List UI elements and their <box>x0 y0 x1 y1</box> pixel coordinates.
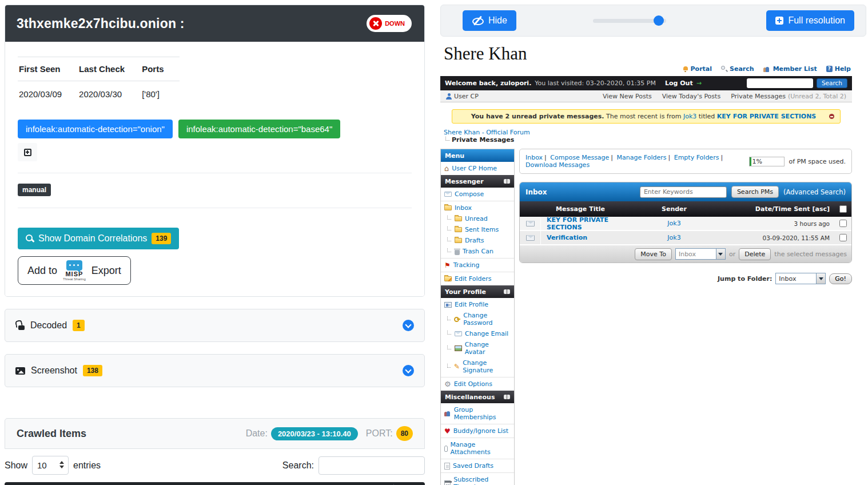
message-checkbox[interactable] <box>839 220 847 227</box>
message-title-link[interactable]: KEY FOR PRIVATE SECTIONS <box>547 216 608 231</box>
sidebar-item-trash-can[interactable]: Trash Can <box>441 246 514 257</box>
sidebar-item-inbox[interactable]: Inbox <box>441 202 514 213</box>
ports-value: ['80'] <box>141 81 180 105</box>
breadcrumb-root-link[interactable]: Shere Khan - Official Forum <box>444 129 530 136</box>
forum-search-input[interactable] <box>747 78 813 88</box>
select-all-checkbox[interactable] <box>839 205 847 213</box>
sidebar-item-change-password[interactable]: Change Password <box>441 310 514 328</box>
col-date-sent[interactable]: Date/Time Sent [asc] <box>728 205 834 213</box>
manual-tag[interactable]: manual <box>18 184 51 196</box>
add-tag-button[interactable] <box>18 143 37 161</box>
full-resolution-button[interactable]: Full resolution <box>766 10 854 31</box>
decoded-section[interactable]: Decoded 1 <box>5 309 425 342</box>
sidebar-item-buddy-ignore-list[interactable]: ♥Buddy/Ignore List <box>441 426 514 436</box>
col-ports: Ports <box>141 57 180 81</box>
sender-link[interactable]: Jok3 <box>667 220 680 227</box>
col-message-title[interactable]: Message Title <box>541 205 620 213</box>
sidebar-item-subscribed-threads[interactable]: Subscribed Threads <box>441 474 514 485</box>
screenshot-section[interactable]: Screenshot 138 <box>5 354 425 387</box>
dropdown-arrow-icon <box>716 249 725 259</box>
misp-export-button[interactable]: Add to MISP Threat Sharing Export <box>18 256 131 285</box>
sidebar-item-unread[interactable]: Unread <box>441 213 514 224</box>
search-pms-button[interactable]: Search PMs <box>731 186 779 198</box>
alert-mid-text: The most recent is from <box>606 113 681 120</box>
move-to-select[interactable]: Inbox <box>675 248 726 260</box>
hide-label: Hide <box>488 15 507 26</box>
collapse-icon[interactable] <box>504 395 510 399</box>
page: 3thxemke2x7hcibu.onion : DOWN First Seen… <box>0 0 868 485</box>
port-badge[interactable]: 80 <box>396 426 413 441</box>
slider-thumb[interactable] <box>654 15 664 26</box>
collapse-icon[interactable] <box>504 289 510 294</box>
sidebar-item-change-signature[interactable]: ✎Change Signature <box>441 357 514 376</box>
hide-button[interactable]: Hide <box>463 10 516 31</box>
profile-card-icon <box>444 302 452 308</box>
tag-onion[interactable]: infoleak:automatic-detection="onion" <box>18 120 173 138</box>
chevron-down-icon[interactable] <box>403 320 414 331</box>
message-checkbox[interactable] <box>839 234 847 241</box>
pm-nav-compose[interactable]: Compose Message <box>543 154 609 161</box>
nav-help[interactable]: Help <box>826 65 851 73</box>
misp-suffix: Export <box>91 265 121 277</box>
sidebar-item-compose[interactable]: Compose <box>441 189 514 200</box>
go-button[interactable]: Go! <box>829 273 852 284</box>
entries-select[interactable]: 10 <box>32 456 69 475</box>
message-title-link[interactable]: Verification <box>547 234 587 241</box>
pm-nav-empty-folders[interactable]: Empty Folders <box>666 154 719 161</box>
sidebar-item-saved-drafts[interactable]: Saved Drafts <box>441 460 514 471</box>
jump-folder-select[interactable]: Inbox <box>775 273 826 284</box>
status-label: DOWN <box>385 20 405 27</box>
delete-button[interactable]: Delete <box>739 248 771 260</box>
forum-site-title: Shere Khan <box>440 43 852 64</box>
plus-square-icon <box>24 149 31 156</box>
zoom-slider[interactable] <box>593 15 666 26</box>
tag-base64[interactable]: infoleak:automatic-detection="base64" <box>178 120 340 138</box>
gear-icon: ⚙ <box>444 381 451 387</box>
show-correlations-button[interactable]: Show Domain Correlations 139 <box>18 228 179 249</box>
nav-member-list[interactable]: Member List <box>763 65 817 73</box>
chevron-down-icon[interactable] <box>403 365 414 376</box>
sidebar-item-change-email[interactable]: Change Email <box>441 328 514 339</box>
date-badge[interactable]: 2020/03/23 - 13:10.40 <box>271 427 358 440</box>
last-visited-text: You last visited: 03-20-2020, 01:35 PM <box>535 79 656 87</box>
nav-portal[interactable]: Portal <box>683 65 712 73</box>
screenshot-count-badge: 138 <box>83 365 102 376</box>
sidebar-item-change-avatar[interactable]: Change Avatar <box>441 339 514 357</box>
jump-label: Jump to Folder: <box>718 275 772 283</box>
view-todays-posts-link[interactable]: View Today's Posts <box>662 93 720 100</box>
selected-messages-text: the selected messages <box>774 251 847 258</box>
alert-sender-link[interactable]: Jok3 <box>683 113 696 120</box>
move-to-button[interactable]: Move To <box>635 248 672 260</box>
private-messages-link[interactable]: Private Messages <box>731 93 786 100</box>
user-cp-link[interactable]: User CP <box>446 93 479 100</box>
divider <box>18 173 412 173</box>
forum-search-button[interactable]: Search <box>817 78 847 88</box>
alert-subject-link[interactable]: KEY FOR PRIVATE SECTIONS <box>717 113 816 120</box>
advanced-search-link[interactable]: (Advanced Search) <box>783 188 846 196</box>
sidebar-item-edit-options[interactable]: ⚙Edit Options <box>441 379 514 389</box>
sender-link[interactable]: Jok3 <box>667 234 680 241</box>
search-input[interactable] <box>318 456 425 475</box>
sidebar-item-usercp-home[interactable]: ⌂User CP Home <box>441 163 514 174</box>
sidebar-item-group-memberships[interactable]: Group Memberships <box>441 404 514 423</box>
sidebar-item-drafts[interactable]: Drafts <box>441 235 514 246</box>
screenshot-viewer-panel: Hide Full resolution Shere Khan Portal S… <box>429 0 868 485</box>
view-new-posts-link[interactable]: View New Posts <box>603 93 652 100</box>
home-icon: ⌂ <box>444 166 449 172</box>
logout-link[interactable]: Log Out <box>665 79 693 87</box>
sidebar-item-edit-profile[interactable]: Edit Profile <box>441 299 514 310</box>
sidebar-item-tracking[interactable]: ⚑Tracking <box>441 260 514 271</box>
sidebar-item-manage-attachments[interactable]: Manage Attachments <box>441 439 514 458</box>
pm-nav-inbox[interactable]: Inbox <box>525 154 543 161</box>
user-icon <box>446 93 452 100</box>
col-sender[interactable]: Sender <box>620 205 728 213</box>
sidebar-item-edit-folders[interactable]: Edit Folders <box>441 273 514 284</box>
collapse-icon[interactable] <box>504 179 510 184</box>
help-icon <box>826 66 833 72</box>
nav-search[interactable]: Search <box>721 65 754 73</box>
pm-nav-manage-folders[interactable]: Manage Folders <box>609 154 666 161</box>
sidebar-item-sent-items[interactable]: Sent Items <box>441 224 514 235</box>
keywords-input[interactable] <box>640 186 727 198</box>
inbox-title: Inbox <box>525 188 635 196</box>
table-row: 2020/03/09 2020/03/30 ['80'] <box>18 81 180 105</box>
